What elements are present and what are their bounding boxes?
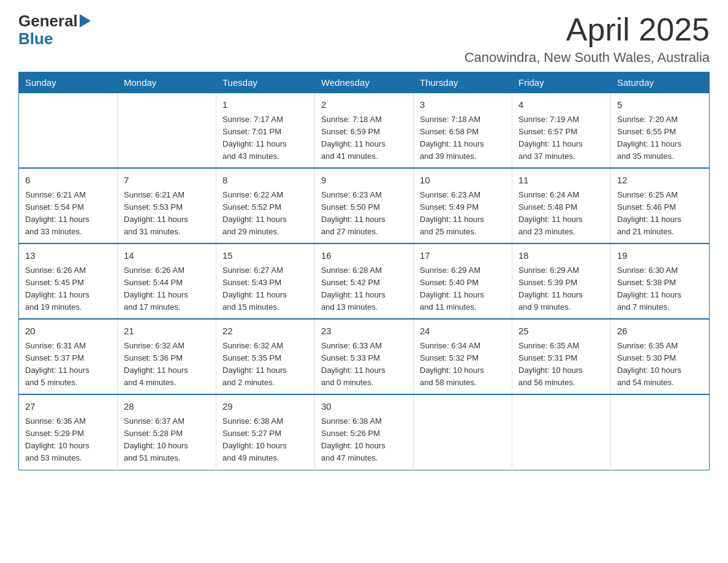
day-info: Sunrise: 7:19 AMSunset: 6:57 PMDaylight:… [518,113,604,163]
calendar-day-cell: 22Sunrise: 6:32 AMSunset: 5:35 PMDayligh… [216,319,315,394]
calendar-day-cell: 15Sunrise: 6:27 AMSunset: 5:43 PMDayligh… [216,243,315,319]
day-number: 25 [518,324,604,339]
calendar-day-cell: 5Sunrise: 7:20 AMSunset: 6:55 PMDaylight… [611,93,710,169]
calendar-day-cell: 29Sunrise: 6:38 AMSunset: 5:27 PMDayligh… [216,394,315,470]
day-info: Sunrise: 6:23 AMSunset: 5:50 PMDaylight:… [321,189,407,239]
day-number: 1 [222,98,308,112]
day-number: 22 [222,324,308,339]
calendar-day-cell [512,394,611,470]
day-of-week-header: Tuesday [216,72,315,93]
day-info: Sunrise: 6:31 AMSunset: 5:37 PMDaylight:… [25,340,111,389]
calendar-day-cell: 20Sunrise: 6:31 AMSunset: 5:37 PMDayligh… [19,319,118,394]
page-header: General Blue April 2025 Canowindra, New … [18,12,710,66]
day-number: 7 [124,174,210,188]
calendar-week-row: 20Sunrise: 6:31 AMSunset: 5:37 PMDayligh… [19,319,710,394]
day-number: 29 [222,400,308,414]
calendar-day-cell: 9Sunrise: 6:23 AMSunset: 5:50 PMDaylight… [315,168,414,243]
day-info: Sunrise: 7:18 AMSunset: 6:59 PMDaylight:… [321,113,407,163]
day-info: Sunrise: 7:17 AMSunset: 7:01 PMDaylight:… [222,113,308,163]
day-number: 4 [518,98,604,112]
calendar-day-cell: 7Sunrise: 6:21 AMSunset: 5:53 PMDaylight… [118,168,216,243]
calendar-day-cell: 28Sunrise: 6:37 AMSunset: 5:28 PMDayligh… [118,394,216,470]
calendar-table: SundayMondayTuesdayWednesdayThursdayFrid… [18,72,710,470]
day-number: 30 [321,400,407,414]
calendar-day-cell [19,93,118,169]
day-number: 9 [321,174,407,188]
calendar-day-cell: 16Sunrise: 6:28 AMSunset: 5:42 PMDayligh… [315,243,414,319]
calendar-day-cell: 4Sunrise: 7:19 AMSunset: 6:57 PMDaylight… [512,93,611,169]
calendar-day-cell: 1Sunrise: 7:17 AMSunset: 7:01 PMDaylight… [216,93,315,169]
day-info: Sunrise: 7:20 AMSunset: 6:55 PMDaylight:… [617,113,703,163]
svg-marker-0 [80,14,91,28]
day-number: 5 [617,98,703,112]
day-info: Sunrise: 6:38 AMSunset: 5:26 PMDaylight:… [321,415,407,465]
calendar-day-cell: 26Sunrise: 6:35 AMSunset: 5:30 PMDayligh… [611,319,710,394]
day-of-week-header: Saturday [611,72,710,93]
calendar-day-cell [118,93,216,169]
calendar-header-row: SundayMondayTuesdayWednesdayThursdayFrid… [19,72,710,93]
day-info: Sunrise: 6:21 AMSunset: 5:54 PMDaylight:… [25,189,111,239]
calendar-day-cell: 3Sunrise: 7:18 AMSunset: 6:58 PMDaylight… [414,93,512,169]
day-number: 3 [420,98,506,112]
calendar-day-cell: 17Sunrise: 6:29 AMSunset: 5:40 PMDayligh… [414,243,512,319]
calendar-week-row: 6Sunrise: 6:21 AMSunset: 5:54 PMDaylight… [19,168,710,243]
day-number: 27 [25,400,111,414]
day-of-week-header: Monday [118,72,216,93]
logo-blue: Blue [18,29,53,48]
calendar-day-cell: 24Sunrise: 6:34 AMSunset: 5:32 PMDayligh… [414,319,512,394]
logo-general: General [18,12,78,30]
day-number: 12 [617,174,703,188]
calendar-day-cell: 8Sunrise: 6:22 AMSunset: 5:52 PMDaylight… [216,168,315,243]
day-number: 14 [124,249,210,263]
day-info: Sunrise: 6:28 AMSunset: 5:42 PMDaylight:… [321,264,407,314]
logo-triangle-icon [80,14,91,28]
calendar-day-cell: 6Sunrise: 6:21 AMSunset: 5:54 PMDaylight… [19,168,118,243]
day-info: Sunrise: 6:26 AMSunset: 5:44 PMDaylight:… [124,264,210,314]
day-number: 24 [420,324,506,339]
day-of-week-header: Sunday [19,72,118,93]
calendar-day-cell: 2Sunrise: 7:18 AMSunset: 6:59 PMDaylight… [315,93,414,169]
day-of-week-header: Thursday [414,72,512,93]
title-section: April 2025 Canowindra, New South Wales, … [464,12,710,66]
day-number: 20 [25,324,111,339]
day-info: Sunrise: 6:23 AMSunset: 5:49 PMDaylight:… [420,189,506,239]
day-number: 6 [25,174,111,188]
day-number: 13 [25,249,111,263]
day-number: 21 [124,324,210,339]
day-info: Sunrise: 6:37 AMSunset: 5:28 PMDaylight:… [124,415,210,465]
day-info: Sunrise: 6:26 AMSunset: 5:45 PMDaylight:… [25,264,111,314]
day-number: 10 [420,174,506,188]
day-number: 18 [518,249,604,263]
calendar-day-cell: 13Sunrise: 6:26 AMSunset: 5:45 PMDayligh… [19,243,118,319]
day-info: Sunrise: 7:18 AMSunset: 6:58 PMDaylight:… [420,113,506,163]
day-of-week-header: Wednesday [315,72,414,93]
month-title: April 2025 [464,12,710,47]
day-info: Sunrise: 6:29 AMSunset: 5:39 PMDaylight:… [518,264,604,314]
day-info: Sunrise: 6:35 AMSunset: 5:31 PMDaylight:… [518,340,604,389]
day-info: Sunrise: 6:33 AMSunset: 5:33 PMDaylight:… [321,340,407,389]
calendar-day-cell: 27Sunrise: 6:36 AMSunset: 5:29 PMDayligh… [19,394,118,470]
day-info: Sunrise: 6:24 AMSunset: 5:48 PMDaylight:… [518,189,604,239]
calendar-day-cell: 25Sunrise: 6:35 AMSunset: 5:31 PMDayligh… [512,319,611,394]
day-info: Sunrise: 6:21 AMSunset: 5:53 PMDaylight:… [124,189,210,239]
calendar-week-row: 1Sunrise: 7:17 AMSunset: 7:01 PMDaylight… [19,93,710,169]
location-title: Canowindra, New South Wales, Australia [464,50,710,66]
day-number: 26 [617,324,703,339]
day-number: 28 [124,400,210,414]
day-info: Sunrise: 6:36 AMSunset: 5:29 PMDaylight:… [25,415,111,465]
day-info: Sunrise: 6:22 AMSunset: 5:52 PMDaylight:… [222,189,308,239]
calendar-day-cell: 14Sunrise: 6:26 AMSunset: 5:44 PMDayligh… [118,243,216,319]
day-info: Sunrise: 6:32 AMSunset: 5:35 PMDaylight:… [222,340,308,389]
day-number: 17 [420,249,506,263]
calendar-day-cell: 23Sunrise: 6:33 AMSunset: 5:33 PMDayligh… [315,319,414,394]
day-info: Sunrise: 6:35 AMSunset: 5:30 PMDaylight:… [617,340,703,389]
day-info: Sunrise: 6:27 AMSunset: 5:43 PMDaylight:… [222,264,308,314]
day-number: 11 [518,174,604,188]
day-info: Sunrise: 6:29 AMSunset: 5:40 PMDaylight:… [420,264,506,314]
calendar-week-row: 13Sunrise: 6:26 AMSunset: 5:45 PMDayligh… [19,243,710,319]
calendar-day-cell: 19Sunrise: 6:30 AMSunset: 5:38 PMDayligh… [611,243,710,319]
calendar-week-row: 27Sunrise: 6:36 AMSunset: 5:29 PMDayligh… [19,394,710,470]
day-number: 8 [222,174,308,188]
day-number: 2 [321,98,407,112]
calendar-day-cell: 11Sunrise: 6:24 AMSunset: 5:48 PMDayligh… [512,168,611,243]
